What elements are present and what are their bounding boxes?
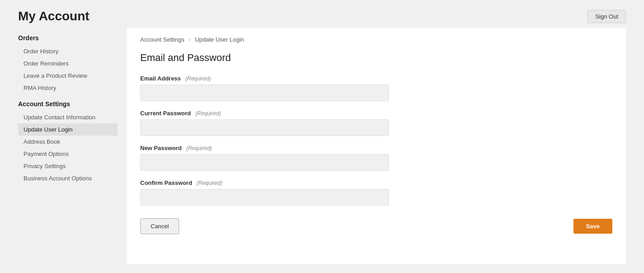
form-label-row-current-password: Current Password (Required)	[140, 109, 612, 117]
breadcrumb: Account Settings › Update User Login	[127, 28, 626, 47]
current-password-label: Current Password	[140, 110, 191, 117]
form-actions: Cancel Save	[140, 218, 612, 234]
cancel-button[interactable]: Cancel	[140, 218, 179, 234]
confirm-password-required: (Required)	[197, 180, 223, 186]
save-button[interactable]: Save	[573, 219, 612, 234]
current-password-required: (Required)	[195, 110, 221, 117]
form-label-row-email: Email Address (Required)	[140, 75, 612, 82]
sidebar-item-order-reminders[interactable]: Order Reminders	[18, 57, 118, 70]
sidebar-item-payment-options[interactable]: Payment Options	[18, 148, 118, 160]
sidebar-item-order-history[interactable]: Order History	[18, 45, 118, 57]
form-title: Email and Password	[140, 52, 612, 64]
form-label-row-new-password: New Password (Required)	[140, 144, 612, 151]
breadcrumb-separator: ›	[189, 36, 190, 43]
new-password-label: New Password	[140, 145, 182, 151]
current-password-input[interactable]	[140, 119, 389, 136]
sidebar-item-address-book[interactable]: Address Book	[18, 136, 118, 148]
sidebar: Orders Order History Order Reminders Lea…	[18, 28, 127, 264]
sidebar-item-business-account[interactable]: Business Account Options	[18, 172, 118, 184]
form-group-current-password: Current Password (Required)	[140, 109, 612, 136]
email-label: Email Address	[140, 75, 181, 82]
new-password-input[interactable]	[140, 154, 389, 171]
breadcrumb-current: Update User Login	[195, 36, 244, 43]
form-container: Email and Password Email Address (Requir…	[127, 47, 626, 248]
form-group-email: Email Address (Required)	[140, 75, 612, 101]
email-required: (Required)	[185, 75, 211, 82]
sidebar-item-update-contact[interactable]: Update Contact Information	[18, 111, 118, 123]
breadcrumb-parent: Account Settings	[140, 36, 185, 43]
page-wrapper: My Account Sign Out Orders Order History…	[0, 0, 644, 273]
sidebar-section-orders: Orders	[18, 34, 118, 42]
sidebar-item-rma-history[interactable]: RMA History	[18, 82, 118, 94]
page-title: My Account	[18, 9, 90, 24]
new-password-required: (Required)	[186, 145, 212, 151]
main-layout: Orders Order History Order Reminders Lea…	[0, 28, 644, 273]
confirm-password-input[interactable]	[140, 189, 389, 206]
form-group-new-password: New Password (Required)	[140, 144, 612, 171]
sidebar-item-privacy-settings[interactable]: Privacy Settings	[18, 160, 118, 172]
form-label-row-confirm-password: Confirm Password (Required)	[140, 179, 612, 186]
sidebar-section-account-settings: Account Settings	[18, 100, 118, 108]
content-area: Account Settings › Update User Login Ema…	[127, 28, 626, 264]
sidebar-item-leave-review[interactable]: Leave a Product Review	[18, 70, 118, 82]
sign-out-button[interactable]: Sign Out	[587, 10, 626, 23]
header: My Account Sign Out	[0, 0, 644, 28]
confirm-password-label: Confirm Password	[140, 179, 192, 186]
form-group-confirm-password: Confirm Password (Required)	[140, 179, 612, 206]
email-input[interactable]	[140, 85, 389, 101]
sidebar-item-update-user-login[interactable]: Update User Login	[18, 123, 118, 136]
